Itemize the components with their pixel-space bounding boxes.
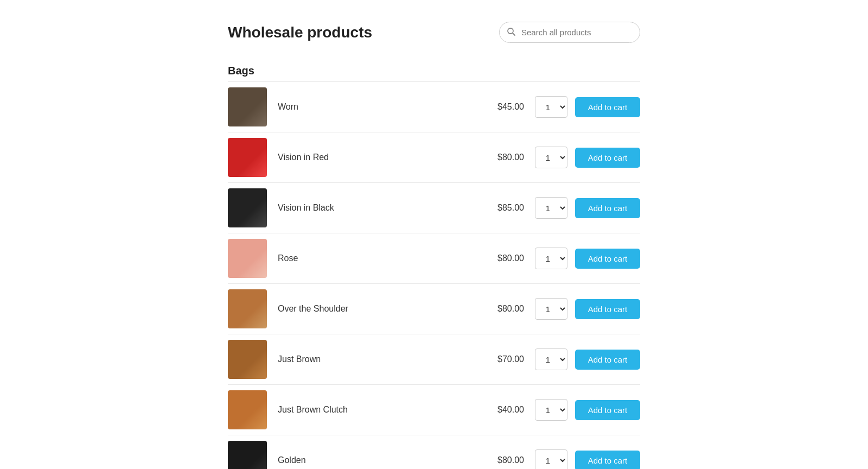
product-list: Worn$45.0012345678910Add to cartVision i… xyxy=(228,81,640,469)
add-to-cart-button[interactable]: Add to cart xyxy=(575,148,640,168)
product-price: $70.00 xyxy=(486,354,535,364)
product-image xyxy=(228,289,267,328)
product-image xyxy=(228,441,267,469)
product-price: $80.00 xyxy=(486,304,535,314)
product-name: Rose xyxy=(267,253,486,263)
product-image xyxy=(228,239,267,278)
search-container xyxy=(499,22,640,43)
add-to-cart-button[interactable]: Add to cart xyxy=(575,299,640,319)
page-header: Wholesale products xyxy=(228,22,640,43)
table-row: Golden$80.0012345678910Add to cart xyxy=(228,435,640,469)
product-name: Vision in Black xyxy=(267,203,486,213)
quantity-stepper[interactable]: 12345678910 xyxy=(535,147,567,168)
page-title: Wholesale products xyxy=(228,24,372,41)
quantity-stepper[interactable]: 12345678910 xyxy=(535,449,567,469)
product-name: Just Brown xyxy=(267,354,486,364)
quantity-stepper[interactable]: 12345678910 xyxy=(535,399,567,421)
add-to-cart-button[interactable]: Add to cart xyxy=(575,400,640,420)
product-price: $80.00 xyxy=(486,253,535,263)
product-name: Worn xyxy=(267,102,486,112)
product-section: BagsWorn$45.0012345678910Add to cartVisi… xyxy=(228,65,640,469)
table-row: Just Brown Clutch$40.0012345678910Add to… xyxy=(228,384,640,435)
product-image xyxy=(228,188,267,227)
product-price: $45.00 xyxy=(486,102,535,112)
product-price: $40.00 xyxy=(486,405,535,415)
quantity-stepper[interactable]: 12345678910 xyxy=(535,96,567,118)
product-image xyxy=(228,138,267,177)
table-row: Vision in Red$80.0012345678910Add to car… xyxy=(228,132,640,182)
quantity-stepper[interactable]: 12345678910 xyxy=(535,197,567,219)
add-to-cart-button[interactable]: Add to cart xyxy=(575,249,640,269)
product-image xyxy=(228,340,267,379)
quantity-stepper[interactable]: 12345678910 xyxy=(535,248,567,269)
add-to-cart-button[interactable]: Add to cart xyxy=(575,350,640,370)
product-image xyxy=(228,87,267,126)
section-title: Bags xyxy=(228,65,640,77)
product-name: Vision in Red xyxy=(267,153,486,162)
table-row: Worn$45.0012345678910Add to cart xyxy=(228,81,640,132)
table-row: Over the Shoulder$80.0012345678910Add to… xyxy=(228,283,640,334)
product-name: Golden xyxy=(267,455,486,465)
table-row: Just Brown$70.0012345678910Add to cart xyxy=(228,334,640,384)
add-to-cart-button[interactable]: Add to cart xyxy=(575,451,640,470)
add-to-cart-button[interactable]: Add to cart xyxy=(575,198,640,218)
quantity-stepper[interactable]: 12345678910 xyxy=(535,348,567,370)
product-name: Over the Shoulder xyxy=(267,304,486,314)
product-price: $80.00 xyxy=(486,455,535,465)
product-price: $85.00 xyxy=(486,203,535,213)
add-to-cart-button[interactable]: Add to cart xyxy=(575,97,640,117)
product-image xyxy=(228,390,267,429)
search-input[interactable] xyxy=(499,22,640,43)
table-row: Vision in Black$85.0012345678910Add to c… xyxy=(228,182,640,233)
product-name: Just Brown Clutch xyxy=(267,405,486,415)
table-row: Rose$80.0012345678910Add to cart xyxy=(228,233,640,283)
quantity-stepper[interactable]: 12345678910 xyxy=(535,298,567,320)
product-price: $80.00 xyxy=(486,153,535,162)
